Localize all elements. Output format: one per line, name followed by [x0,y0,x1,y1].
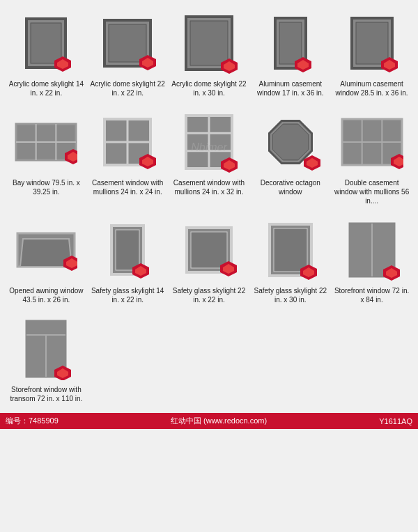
footer-right: Y1611AQ [379,417,412,425]
list-item[interactable]: Opened awning window 43.5 in. x 26 in. [7,214,86,307]
list-item[interactable]: Double casement window with mullions 56 … [332,106,411,208]
item-label: Safety glass skylight 22 in. x 22 in. [171,286,247,304]
footer-left: 编号：7485909 [6,416,59,426]
list-item[interactable]: Safety glass skylight 22 in. x 30 in. [251,214,330,307]
item-image [176,10,242,77]
item-image [13,315,79,382]
item-image [339,109,405,175]
svg-rect-2 [31,23,61,63]
svg-rect-22 [356,22,388,64]
items-grid: Acrylic dome skylight 14 in. x 22 in.Acr… [7,7,411,406]
item-label: Bay window 79.5 in. x 39.25 in. [8,178,84,196]
list-item[interactable]: Safety glass skylight 22 in. x 22 in. [170,214,249,307]
list-item[interactable]: Aluminum casement window 28.5 in. x 36 i… [332,7,411,100]
svg-rect-64 [116,230,139,270]
item-label: Aluminum casement window 28.5 in. x 36 i… [334,79,410,97]
item-image [94,109,161,175]
footer: 编号：7485909 红动中国 (www.redocn.com) Y1611AQ [0,413,418,429]
svg-marker-47 [272,124,309,160]
list-item[interactable]: Acrylic dome skylight 22 in. x 22 in. [88,7,167,100]
list-item[interactable]: Decorative octagon window [251,106,330,208]
item-image [257,217,324,283]
list-item[interactable]: Storefront window with transom 72 in. x … [7,313,86,406]
item-label: Safety glass skylight 14 in. x 22 in. [90,286,166,304]
list-item[interactable]: Aluminum casement window 17 in. x 36 in. [251,7,330,100]
item-label: Double casement window with mullions 56 … [334,178,410,205]
item-label: Casement window with mullions 24 in. x 3… [171,178,247,196]
svg-rect-7 [109,24,146,62]
item-image [176,217,242,283]
list-item[interactable]: Casement window with mullions 24 in. x 3… [170,106,249,208]
item-image [339,217,405,283]
item-label: Acrylic dome skylight 14 in. x 22 in. [8,79,84,97]
list-item[interactable]: Safety glass skylight 14 in. x 22 in. [88,214,167,307]
item-label: Storefront window 72 in. x 84 in. [334,286,410,304]
item-label: Acrylic dome skylight 22 in. x 22 in. [90,79,166,97]
item-label: Storefront window with transom 72 in. x … [8,385,84,403]
list-item[interactable]: Acrylic dome skylight 22 in. x 30 in. [170,7,249,100]
svg-rect-17 [279,22,302,64]
list-item[interactable]: Acrylic dome skylight 14 in. x 22 in. [7,7,86,100]
item-label: Aluminum casement window 17 in. x 36 in. [252,79,328,97]
item-label: Decorative octagon window [252,178,328,196]
main-content: Acrylic dome skylight 14 in. x 22 in.Acr… [0,0,418,406]
list-item[interactable]: Bay window 79.5 in. x 39.25 in. [7,106,86,208]
list-item[interactable]: Storefront window 72 in. x 84 in. [332,214,411,307]
item-image [94,217,161,283]
svg-rect-69 [191,232,227,268]
item-label: Opened awning window 43.5 in. x 26 in. [8,286,84,304]
item-image [13,217,79,283]
list-item[interactable]: Casement window with mullions 24 in. x 2… [88,106,167,208]
item-image [339,10,405,77]
svg-rect-12 [190,21,228,65]
item-image [13,109,79,175]
item-label: Acrylic dome skylight 22 in. x 30 in. [171,79,247,97]
item-image [176,109,242,175]
item-image [257,109,324,175]
item-label: Safety glass skylight 22 in. x 30 in. [252,286,328,304]
item-image [13,10,79,77]
svg-rect-74 [274,228,307,272]
footer-center: 红动中国 (www.redocn.com) [171,416,267,426]
item-image [257,10,324,77]
item-image [94,10,161,77]
item-label: Casement window with mullions 24 in. x 2… [90,178,166,196]
